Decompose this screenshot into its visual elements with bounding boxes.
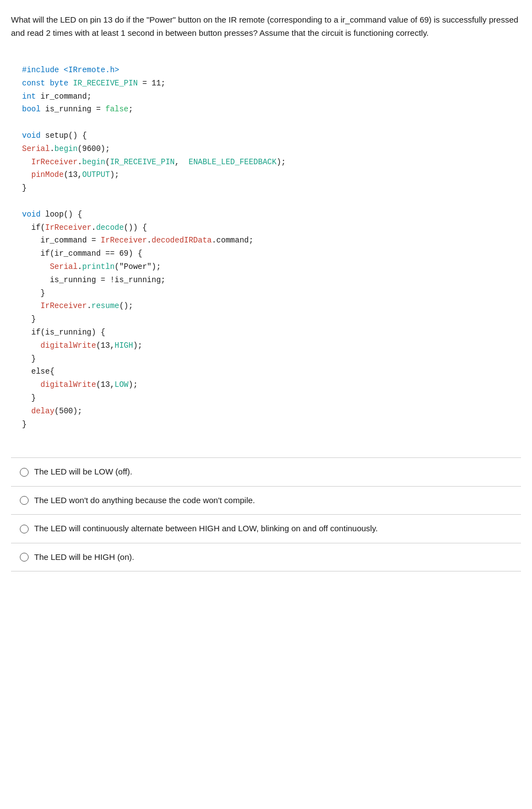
radio-circle[interactable] (20, 553, 29, 562)
answer-label: The LED won't do anything because the co… (34, 494, 255, 507)
answer-option-a3[interactable]: The LED will continuously alternate betw… (11, 515, 521, 543)
code-block: #include <IRremote.h> const byte IR_RECE… (11, 55, 521, 440)
radio-circle[interactable] (20, 525, 29, 533)
radio-circle[interactable] (20, 468, 29, 477)
radio-circle[interactable] (20, 496, 29, 505)
answer-label: The LED will be HIGH (on). (34, 551, 134, 564)
answer-option-a4[interactable]: The LED will be HIGH (on). (11, 543, 521, 572)
answer-option-a2[interactable]: The LED won't do anything because the co… (11, 487, 521, 515)
answer-label: The LED will continuously alternate betw… (34, 522, 378, 535)
answer-options: The LED will be LOW (off).The LED won't … (11, 457, 521, 571)
answer-label: The LED will be LOW (off). (34, 466, 132, 478)
question-text: What will the LED on pin 13 do if the "P… (11, 13, 521, 40)
page-container: What will the LED on pin 13 do if the "P… (0, 0, 532, 594)
answer-option-a1[interactable]: The LED will be LOW (off). (11, 457, 521, 487)
